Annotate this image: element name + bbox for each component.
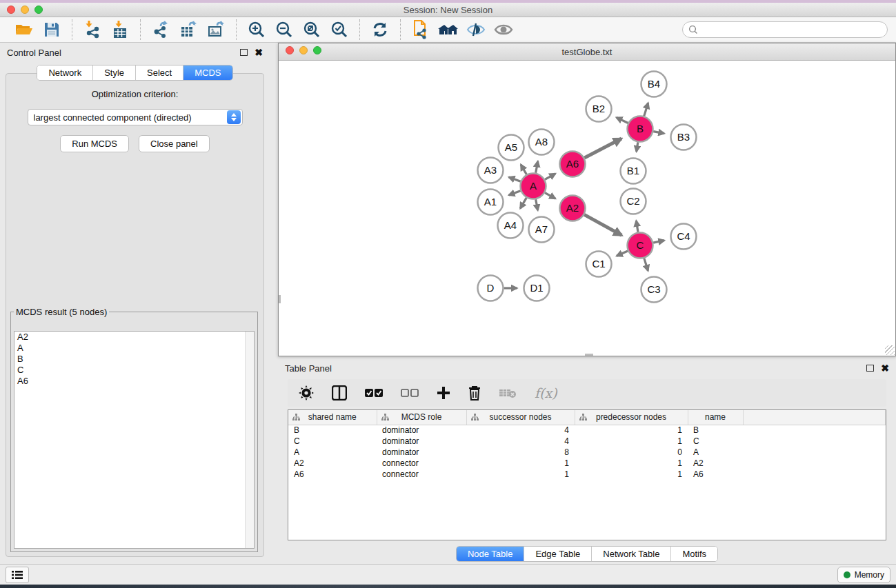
import-table-icon[interactable] (110, 20, 130, 39)
column-header-shared-name[interactable]: shared name (288, 410, 377, 425)
check-all-icon[interactable] (365, 383, 383, 403)
edge-A-A2[interactable] (545, 193, 555, 199)
node-A2[interactable]: A2 (560, 196, 586, 221)
run-mcds-button[interactable]: Run MCDS (60, 135, 129, 152)
node-table[interactable]: shared nameMCDS rolesuccessor nodesprede… (288, 409, 886, 540)
node-D[interactable]: D (478, 276, 504, 301)
edge-B-B3[interactable] (653, 132, 664, 134)
tab-motifs[interactable]: Motifs (671, 547, 717, 561)
node-B1[interactable]: B1 (621, 159, 646, 184)
result-item[interactable]: A2 (14, 332, 254, 343)
vertical-scroll-indicator[interactable] (279, 295, 281, 303)
zoom-selected-icon[interactable] (329, 20, 350, 39)
node-A3[interactable]: A3 (478, 158, 504, 183)
node-C3[interactable]: C3 (641, 277, 667, 303)
table-row[interactable]: A6connector11A6 (288, 469, 886, 480)
gear-icon[interactable] (299, 383, 314, 403)
show-panel-icon[interactable] (493, 20, 514, 39)
import-network-icon[interactable] (82, 20, 103, 39)
node-A1[interactable]: A1 (478, 190, 504, 215)
edge-A-A7[interactable] (536, 199, 538, 210)
export-table-icon[interactable] (178, 20, 199, 39)
horizontal-scroll-indicator[interactable] (585, 354, 593, 356)
uncheck-all-icon[interactable] (401, 383, 419, 403)
tab-style[interactable]: Style (93, 65, 136, 80)
network-minimize-button[interactable] (299, 46, 308, 54)
table-row[interactable]: Bdominator41B (288, 425, 886, 436)
float-panel-icon[interactable] (240, 49, 248, 56)
edge-A2-C[interactable] (584, 214, 621, 235)
result-item[interactable]: A6 (14, 376, 254, 387)
zoom-in-icon[interactable] (246, 20, 267, 39)
open-folder-icon[interactable] (14, 20, 34, 39)
edge-A-A1[interactable] (509, 191, 521, 195)
table-row[interactable]: Cdominator41C (288, 436, 886, 447)
node-C4[interactable]: C4 (671, 224, 697, 250)
node-B4[interactable]: B4 (641, 72, 667, 97)
tab-network[interactable]: Network (37, 65, 93, 80)
result-item[interactable]: A (14, 343, 254, 354)
column-header-successor-nodes[interactable]: successor nodes (466, 410, 575, 425)
node-A8[interactable]: A8 (529, 130, 555, 155)
search-input[interactable] (701, 25, 882, 34)
edge-C-C2[interactable] (636, 221, 638, 232)
node-A5[interactable]: A5 (499, 135, 524, 161)
result-item[interactable]: C (14, 365, 254, 376)
close-window-button[interactable] (7, 6, 15, 14)
search-field[interactable] (682, 21, 888, 38)
tab-node-table[interactable]: Node Table (457, 547, 525, 561)
node-D1[interactable]: D1 (524, 276, 550, 301)
edge-A-A5[interactable] (521, 165, 526, 174)
edge-A-A8[interactable] (536, 161, 538, 173)
edge-A-A6[interactable] (545, 174, 555, 180)
node-A4[interactable]: A4 (498, 213, 524, 239)
refresh-icon[interactable] (370, 20, 390, 39)
close-panel-icon[interactable]: ✖ (255, 49, 263, 56)
node-B3[interactable]: B3 (671, 125, 697, 150)
node-B[interactable]: B (628, 116, 653, 142)
close-table-panel-icon[interactable]: ✖ (881, 365, 889, 372)
network-zoom-button[interactable] (313, 46, 321, 54)
export-image-icon[interactable] (206, 20, 226, 39)
column-header-MCDS-role[interactable]: MCDS role (377, 410, 466, 425)
edge-B-B4[interactable] (644, 103, 648, 116)
hide-panel-icon[interactable] (466, 20, 486, 39)
task-history-button[interactable] (6, 567, 29, 583)
node-B2[interactable]: B2 (586, 97, 612, 122)
network-close-button[interactable] (286, 46, 294, 54)
delete-column-icon[interactable] (468, 383, 481, 403)
result-list-scrollbar[interactable] (245, 332, 254, 548)
column-header-predecessor-nodes[interactable]: predecessor nodes (575, 410, 688, 425)
tab-select[interactable]: Select (136, 65, 183, 80)
result-item[interactable]: B (14, 354, 254, 365)
tab-network-table[interactable]: Network Table (592, 547, 671, 561)
table-row[interactable]: A2connector11A2 (288, 458, 886, 469)
edge-A-A3[interactable] (509, 177, 521, 181)
edge-A-A4[interactable] (520, 198, 526, 208)
edge-B-B1[interactable] (637, 142, 638, 152)
column-layout-icon[interactable] (332, 383, 347, 403)
export-network-icon[interactable] (150, 20, 171, 39)
column-header-name[interactable]: name (688, 410, 743, 425)
function-builder-icon[interactable]: f(x) (535, 385, 557, 401)
edge-C-C3[interactable] (644, 258, 648, 271)
add-column-icon[interactable] (437, 383, 450, 403)
node-C2[interactable]: C2 (621, 189, 646, 214)
optimization-criterion-dropdown[interactable]: largest connected component (directed) (28, 109, 243, 125)
network-canvas[interactable]: B4B2BB3A5A8A6A3AB1A1A2C2A4A7C4CC1C3DD1 (279, 61, 895, 356)
mcds-result-list[interactable]: A2ABCA6 (14, 331, 255, 549)
node-C[interactable]: C (628, 233, 653, 258)
node-A7[interactable]: A7 (529, 217, 555, 243)
memory-button[interactable]: Memory (837, 567, 890, 583)
zoom-fit-icon[interactable] (301, 20, 322, 39)
table-row[interactable]: Adominator80A (288, 447, 886, 458)
home-network-icon[interactable] (438, 20, 459, 39)
window-resize-grip[interactable] (885, 345, 895, 355)
float-table-panel-icon[interactable] (866, 365, 874, 372)
edge-A6-B[interactable] (584, 139, 621, 158)
edge-B-B2[interactable] (617, 117, 628, 123)
node-A[interactable]: A (521, 174, 546, 199)
node-A6[interactable]: A6 (560, 152, 586, 177)
zoom-window-button[interactable] (34, 6, 43, 14)
save-icon[interactable] (41, 20, 62, 39)
